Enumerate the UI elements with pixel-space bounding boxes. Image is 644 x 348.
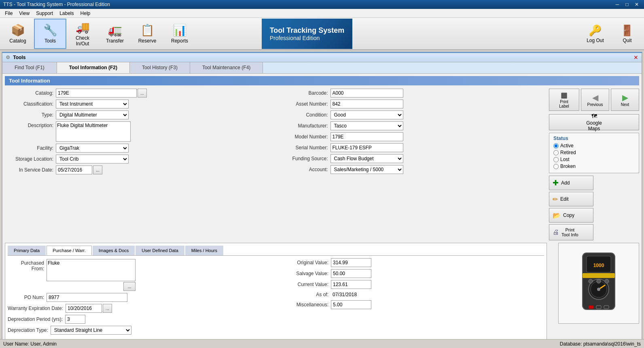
purchased-from-browse-button[interactable]: ... xyxy=(123,282,136,291)
menu-view[interactable]: View xyxy=(16,10,33,17)
purchased-from-row: Purchased From: Fluke ... xyxy=(8,259,272,291)
po-num-row: PO Num: xyxy=(8,293,272,302)
menu-support[interactable]: Support xyxy=(33,10,56,17)
status-retired-row: Retired xyxy=(553,150,635,155)
barcode-input[interactable] xyxy=(330,89,403,98)
salvage-value-input[interactable] xyxy=(331,269,371,278)
salvage-value-label: Salvage Value: xyxy=(280,271,328,276)
current-value-input[interactable] xyxy=(331,280,371,289)
subtab-images-docs[interactable]: Images & Docs xyxy=(93,246,135,255)
status-bar-user: User Name: User, Admin xyxy=(3,341,57,347)
previous-button[interactable]: ◀ Previous xyxy=(581,89,609,111)
print-label-text: Print Label xyxy=(559,100,569,108)
account-select[interactable]: Sales/Marketing / 5000 xyxy=(330,165,403,174)
purchased-from-input[interactable]: Fluke xyxy=(47,259,136,281)
menu-labels[interactable]: Labels xyxy=(56,10,77,17)
menu-file[interactable]: File xyxy=(2,10,16,17)
storage-location-label: Storage Location: xyxy=(5,156,53,162)
svg-text:1000: 1000 xyxy=(593,263,604,268)
quit-label: Quit xyxy=(623,38,631,43)
status-broken-radio[interactable] xyxy=(553,164,559,169)
po-num-input[interactable] xyxy=(47,293,127,302)
storage-location-row: Storage Location: Tool Crib xyxy=(5,155,271,163)
add-icon: ✚ xyxy=(553,178,559,187)
in-service-date-picker-button[interactable]: ... xyxy=(93,166,102,174)
miscellaneous-input[interactable] xyxy=(331,300,371,309)
serial-number-input[interactable] xyxy=(330,143,403,152)
classification-select[interactable]: Test Instrument xyxy=(56,100,129,108)
catalog-input[interactable] xyxy=(56,89,137,98)
edit-button[interactable]: ✏ Edit xyxy=(549,192,593,206)
logout-button[interactable]: 🔑 Log Out xyxy=(580,19,610,48)
tab-tool-maintenance[interactable]: Tool Maintenance (F4) xyxy=(190,62,263,73)
status-lost-radio[interactable] xyxy=(553,157,559,162)
menu-help[interactable]: Help xyxy=(77,10,94,17)
subtab-user-defined[interactable]: User Defined Data xyxy=(136,246,184,255)
toolbar-tools[interactable]: 🔧 Tools xyxy=(34,19,66,49)
model-number-input[interactable] xyxy=(330,132,403,141)
restore-button[interactable]: □ xyxy=(623,1,631,8)
original-value-input[interactable] xyxy=(331,258,371,267)
condition-select[interactable]: Good xyxy=(330,110,403,119)
manufacturer-row: Manufacturer: Tasco xyxy=(280,121,546,130)
original-value-label: Original Value: xyxy=(280,260,328,265)
subtab-primary-data[interactable]: Primary Data xyxy=(8,246,46,255)
toolbar-reports[interactable]: 📊 Reports xyxy=(163,19,196,49)
google-maps-icon: 🗺 xyxy=(591,113,597,119)
status-retired-radio[interactable] xyxy=(553,150,559,155)
description-row: Description: Fluke Digital Multimeter xyxy=(5,121,271,142)
add-button[interactable]: ✚ Add xyxy=(549,176,593,190)
description-input[interactable]: Fluke Digital Multimeter xyxy=(56,121,131,142)
classification-row: Classification: Test Instrument xyxy=(5,100,271,108)
storage-location-select[interactable]: Tool Crib xyxy=(56,155,129,163)
condition-label: Condition: xyxy=(280,112,328,118)
catalog-browse-button[interactable]: ... xyxy=(138,89,147,98)
toolbar-checkinout[interactable]: 🚚 Check In/Out xyxy=(66,19,99,49)
toolbar-transfer[interactable]: 🚛 Transfer xyxy=(99,19,131,49)
manufacturer-select[interactable]: Tasco xyxy=(330,121,403,130)
serial-number-row: Serial Number: xyxy=(280,143,546,152)
google-maps-button[interactable]: 🗺 Google Maps xyxy=(549,114,639,130)
status-bar: User Name: User, Admin Database: ptsaman… xyxy=(0,339,644,348)
next-icon: ▶ xyxy=(622,93,628,102)
warranty-exp-input[interactable] xyxy=(66,304,102,313)
svg-point-11 xyxy=(589,279,593,283)
previous-label: Previous xyxy=(587,102,603,107)
reserve-icon: 📋 xyxy=(140,23,155,37)
as-of-label: As of: xyxy=(280,292,328,297)
funding-source-select[interactable]: Cash Flow Budget xyxy=(330,154,403,163)
warranty-exp-picker-button[interactable]: ... xyxy=(103,304,112,313)
copy-button[interactable]: 📂 Copy xyxy=(549,208,593,223)
print-tool-info-button[interactable]: 🖨 Print Tool Info xyxy=(549,224,593,240)
dep-type-select[interactable]: Standard Straight Line xyxy=(51,326,131,335)
toolbar-reserve[interactable]: 📋 Reserve xyxy=(131,19,163,49)
dep-period-row: Depreciation Period (yrs): xyxy=(8,315,272,324)
as-of-row: As of: 07/31/2018 xyxy=(280,291,544,298)
tools-window: ⚙ Tools ✕ Find Tool (F1) Tool Informatio… xyxy=(2,52,642,343)
status-active-radio[interactable] xyxy=(553,143,559,149)
tab-find-tool[interactable]: Find Tool (F1) xyxy=(2,62,57,73)
asset-number-input[interactable] xyxy=(330,100,403,108)
status-broken-label: Broken xyxy=(560,163,576,169)
dep-period-input[interactable] xyxy=(65,315,85,324)
svg-point-6 xyxy=(597,288,600,291)
in-service-date-input[interactable] xyxy=(56,166,92,174)
minimize-button[interactable]: ─ xyxy=(613,1,621,8)
type-select[interactable]: Digital Multimeter xyxy=(56,110,129,119)
close-window-button[interactable]: ✕ xyxy=(633,1,641,8)
toolbar-catalog[interactable]: 📦 Catalog xyxy=(2,19,34,49)
subtab-miles-hours[interactable]: Miles / Hours xyxy=(185,246,223,255)
svg-point-13 xyxy=(605,279,609,283)
tab-tool-history[interactable]: Tool History (F3) xyxy=(130,62,190,73)
next-button[interactable]: ▶ Next xyxy=(611,89,639,111)
subtab-purchase-warr[interactable]: Purchase / Warr. xyxy=(47,246,92,255)
print-tool-info-icon: 🖨 xyxy=(553,229,559,236)
quit-button[interactable]: 🚪 Quit xyxy=(612,19,642,48)
print-label-button[interactable]: ▦ Print Label xyxy=(549,89,579,111)
purchased-from-label: Purchased From: xyxy=(8,260,44,272)
purchase-content: Purchased From: Fluke ... PO Num: Warran… xyxy=(8,258,544,337)
window-close-button[interactable]: ✕ xyxy=(633,54,638,61)
tool-image-box: 1000 xyxy=(558,243,639,324)
facility-select[interactable]: GigaTrak xyxy=(56,144,129,153)
tab-tool-information[interactable]: Tool Information (F2) xyxy=(57,62,130,73)
